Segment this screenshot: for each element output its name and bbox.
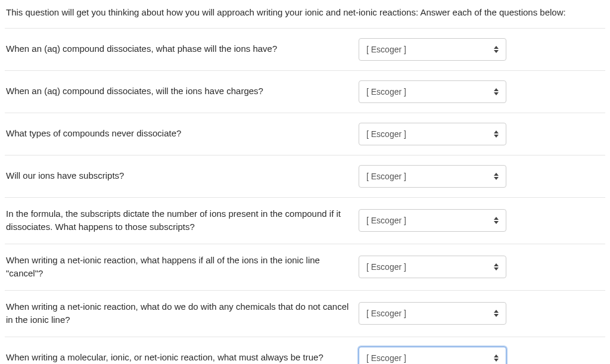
- question-label: Will our ions have subscripts?: [6, 169, 350, 183]
- updown-icon: [494, 263, 500, 271]
- select-wrapper: [ Escoger ]: [359, 256, 506, 278]
- select-placeholder: [ Escoger ]: [366, 353, 406, 363]
- updown-icon: [494, 309, 500, 318]
- select-wrapper: [ Escoger ]: [359, 165, 506, 188]
- updown-icon: [494, 45, 500, 54]
- question-label: When writing a net-ionic reaction, what …: [6, 300, 350, 327]
- select-placeholder: [ Escoger ]: [366, 87, 406, 97]
- answer-select[interactable]: [ Escoger ]: [359, 123, 506, 145]
- answer-select[interactable]: [ Escoger ]: [359, 165, 506, 188]
- select-wrapper: [ Escoger ]: [359, 302, 506, 325]
- question-label: What types of compounds never dissociate…: [6, 127, 350, 141]
- question-row: When writing a net-ionic reaction, what …: [5, 244, 605, 290]
- updown-icon: [494, 172, 500, 181]
- select-placeholder: [ Escoger ]: [366, 216, 406, 225]
- select-placeholder: [ Escoger ]: [366, 129, 406, 139]
- updown-icon: [494, 354, 500, 362]
- question-row: When writing a net-ionic reaction, what …: [5, 290, 605, 337]
- question-row: When an (aq) compound dissociates, what …: [5, 28, 605, 70]
- question-row: In the formula, the subscripts dictate t…: [5, 197, 605, 244]
- select-wrapper: [ Escoger ]: [359, 209, 506, 232]
- select-wrapper: [ Escoger ]: [359, 80, 506, 103]
- updown-icon: [494, 216, 500, 225]
- select-wrapper: [ Escoger ]: [359, 347, 506, 365]
- select-wrapper: [ Escoger ]: [359, 123, 506, 145]
- answer-select[interactable]: [ Escoger ]: [359, 347, 506, 365]
- question-label: When an (aq) compound dissociates, will …: [6, 85, 350, 98]
- answer-select[interactable]: [ Escoger ]: [359, 209, 506, 232]
- answer-select[interactable]: [ Escoger ]: [359, 38, 506, 61]
- select-placeholder: [ Escoger ]: [366, 262, 406, 272]
- question-row: When an (aq) compound dissociates, will …: [5, 70, 605, 113]
- answer-select[interactable]: [ Escoger ]: [359, 302, 506, 325]
- question-row: When writing a molecular, ionic, or net-…: [5, 337, 605, 365]
- question-row: Will our ions have subscripts? [ Escoger…: [5, 155, 605, 197]
- question-label: When writing a net-ionic reaction, what …: [6, 254, 350, 281]
- question-label: In the formula, the subscripts dictate t…: [6, 207, 350, 234]
- answer-select[interactable]: [ Escoger ]: [359, 256, 506, 278]
- intro-text: This question will get you thinking abou…: [5, 4, 605, 28]
- question-label: When writing a molecular, ionic, or net-…: [6, 351, 350, 364]
- updown-icon: [494, 130, 500, 138]
- question-label: When an (aq) compound dissociates, what …: [6, 42, 350, 56]
- select-placeholder: [ Escoger ]: [366, 172, 406, 181]
- updown-icon: [494, 88, 500, 96]
- select-placeholder: [ Escoger ]: [366, 45, 406, 54]
- answer-select[interactable]: [ Escoger ]: [359, 80, 506, 103]
- question-row: What types of compounds never dissociate…: [5, 113, 605, 155]
- select-wrapper: [ Escoger ]: [359, 38, 506, 61]
- select-placeholder: [ Escoger ]: [366, 309, 406, 318]
